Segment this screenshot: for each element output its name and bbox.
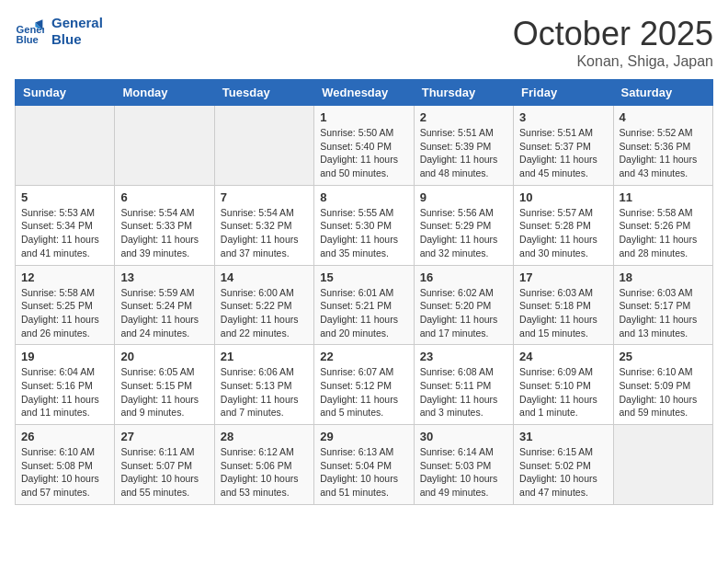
calendar-cell: 30Sunrise: 6:14 AM Sunset: 5:03 PM Dayli… bbox=[414, 425, 513, 505]
day-number: 10 bbox=[519, 190, 607, 204]
cell-info: Sunrise: 6:01 AM Sunset: 5:21 PM Dayligh… bbox=[320, 286, 407, 340]
cell-info: Sunrise: 6:09 AM Sunset: 5:10 PM Dayligh… bbox=[519, 365, 607, 419]
cell-info: Sunrise: 6:03 AM Sunset: 5:18 PM Dayligh… bbox=[519, 286, 607, 340]
day-number: 9 bbox=[420, 190, 507, 204]
calendar-cell: 5Sunrise: 5:53 AM Sunset: 5:34 PM Daylig… bbox=[16, 185, 115, 265]
cell-info: Sunrise: 6:06 AM Sunset: 5:13 PM Dayligh… bbox=[221, 365, 308, 419]
cell-info: Sunrise: 5:51 AM Sunset: 5:37 PM Dayligh… bbox=[519, 126, 607, 180]
logo-icon: General Blue bbox=[15, 17, 44, 46]
calendar-header-row: SundayMondayTuesdayWednesdayThursdayFrid… bbox=[16, 80, 713, 106]
calendar-week-4: 19Sunrise: 6:04 AM Sunset: 5:16 PM Dayli… bbox=[16, 345, 713, 425]
cell-info: Sunrise: 6:11 AM Sunset: 5:07 PM Dayligh… bbox=[120, 445, 208, 500]
header-monday: Monday bbox=[115, 80, 214, 106]
header-friday: Friday bbox=[514, 80, 613, 106]
calendar-cell: 23Sunrise: 6:08 AM Sunset: 5:11 PM Dayli… bbox=[414, 345, 513, 425]
calendar-cell: 26Sunrise: 6:10 AM Sunset: 5:08 PM Dayli… bbox=[16, 425, 115, 505]
day-number: 29 bbox=[320, 430, 407, 443]
calendar-cell: 4Sunrise: 5:52 AM Sunset: 5:36 PM Daylig… bbox=[613, 106, 712, 186]
calendar-cell: 31Sunrise: 6:15 AM Sunset: 5:02 PM Dayli… bbox=[514, 425, 613, 505]
day-number: 11 bbox=[620, 190, 707, 204]
cell-info: Sunrise: 5:54 AM Sunset: 5:32 PM Dayligh… bbox=[221, 206, 308, 260]
header-thursday: Thursday bbox=[414, 80, 513, 106]
calendar-cell: 19Sunrise: 6:04 AM Sunset: 5:16 PM Dayli… bbox=[16, 345, 115, 425]
header-wednesday: Wednesday bbox=[314, 80, 414, 106]
calendar-week-5: 26Sunrise: 6:10 AM Sunset: 5:08 PM Dayli… bbox=[16, 425, 713, 505]
day-number: 2 bbox=[420, 110, 507, 124]
day-number: 30 bbox=[420, 430, 507, 443]
day-number: 28 bbox=[221, 430, 308, 443]
cell-info: Sunrise: 6:05 AM Sunset: 5:15 PM Dayligh… bbox=[120, 365, 208, 419]
calendar-cell: 15Sunrise: 6:01 AM Sunset: 5:21 PM Dayli… bbox=[314, 265, 414, 345]
day-number: 4 bbox=[620, 110, 707, 124]
calendar-cell: 11Sunrise: 5:58 AM Sunset: 5:26 PM Dayli… bbox=[613, 185, 712, 265]
calendar-cell: 7Sunrise: 5:54 AM Sunset: 5:32 PM Daylig… bbox=[214, 185, 313, 265]
page-header: General Blue General Blue October 2025 K… bbox=[15, 15, 713, 70]
day-number: 16 bbox=[420, 270, 507, 284]
cell-info: Sunrise: 5:51 AM Sunset: 5:39 PM Dayligh… bbox=[420, 126, 507, 180]
header-tuesday: Tuesday bbox=[214, 80, 313, 106]
day-number: 13 bbox=[120, 270, 208, 284]
day-number: 24 bbox=[519, 350, 607, 363]
cell-info: Sunrise: 6:12 AM Sunset: 5:06 PM Dayligh… bbox=[221, 445, 308, 500]
calendar-cell: 25Sunrise: 6:10 AM Sunset: 5:09 PM Dayli… bbox=[613, 345, 712, 425]
cell-info: Sunrise: 5:58 AM Sunset: 5:26 PM Dayligh… bbox=[620, 206, 707, 260]
cell-info: Sunrise: 5:57 AM Sunset: 5:28 PM Dayligh… bbox=[519, 206, 607, 260]
calendar-cell: 29Sunrise: 6:13 AM Sunset: 5:04 PM Dayli… bbox=[314, 425, 414, 505]
cell-info: Sunrise: 5:55 AM Sunset: 5:30 PM Dayligh… bbox=[320, 206, 407, 260]
calendar-week-1: 1Sunrise: 5:50 AM Sunset: 5:40 PM Daylig… bbox=[16, 106, 713, 186]
day-number: 25 bbox=[620, 350, 707, 363]
day-number: 1 bbox=[320, 110, 407, 124]
calendar-cell: 28Sunrise: 6:12 AM Sunset: 5:06 PM Dayli… bbox=[214, 425, 313, 505]
day-number: 14 bbox=[221, 270, 308, 284]
calendar-week-2: 5Sunrise: 5:53 AM Sunset: 5:34 PM Daylig… bbox=[16, 185, 713, 265]
calendar-cell: 2Sunrise: 5:51 AM Sunset: 5:39 PM Daylig… bbox=[414, 106, 513, 186]
day-number: 15 bbox=[320, 270, 407, 284]
calendar-cell: 1Sunrise: 5:50 AM Sunset: 5:40 PM Daylig… bbox=[314, 106, 414, 186]
day-number: 7 bbox=[221, 190, 308, 204]
cell-info: Sunrise: 5:50 AM Sunset: 5:40 PM Dayligh… bbox=[320, 126, 407, 180]
calendar-cell: 20Sunrise: 6:05 AM Sunset: 5:15 PM Dayli… bbox=[115, 345, 214, 425]
cell-info: Sunrise: 6:10 AM Sunset: 5:09 PM Dayligh… bbox=[620, 365, 707, 419]
cell-info: Sunrise: 6:00 AM Sunset: 5:22 PM Dayligh… bbox=[221, 286, 308, 340]
day-number: 23 bbox=[420, 350, 507, 363]
cell-info: Sunrise: 5:52 AM Sunset: 5:36 PM Dayligh… bbox=[620, 126, 707, 180]
day-number: 20 bbox=[120, 350, 208, 363]
calendar-cell bbox=[16, 106, 115, 186]
calendar-cell: 12Sunrise: 5:58 AM Sunset: 5:25 PM Dayli… bbox=[16, 265, 115, 345]
day-number: 19 bbox=[21, 350, 108, 363]
cell-info: Sunrise: 5:56 AM Sunset: 5:29 PM Dayligh… bbox=[420, 206, 507, 260]
calendar-cell: 8Sunrise: 5:55 AM Sunset: 5:30 PM Daylig… bbox=[314, 185, 414, 265]
calendar-cell bbox=[613, 425, 712, 505]
calendar-week-3: 12Sunrise: 5:58 AM Sunset: 5:25 PM Dayli… bbox=[16, 265, 713, 345]
day-number: 22 bbox=[320, 350, 407, 363]
day-number: 6 bbox=[120, 190, 208, 204]
title-area: October 2025 Konan, Shiga, Japan bbox=[513, 15, 713, 70]
cell-info: Sunrise: 6:02 AM Sunset: 5:20 PM Dayligh… bbox=[420, 286, 507, 340]
calendar-cell: 16Sunrise: 6:02 AM Sunset: 5:20 PM Dayli… bbox=[414, 265, 513, 345]
calendar-cell: 17Sunrise: 6:03 AM Sunset: 5:18 PM Dayli… bbox=[514, 265, 613, 345]
calendar-cell: 10Sunrise: 5:57 AM Sunset: 5:28 PM Dayli… bbox=[514, 185, 613, 265]
calendar-cell bbox=[214, 106, 313, 186]
calendar-cell: 24Sunrise: 6:09 AM Sunset: 5:10 PM Dayli… bbox=[514, 345, 613, 425]
cell-info: Sunrise: 6:03 AM Sunset: 5:17 PM Dayligh… bbox=[620, 286, 707, 340]
day-number: 8 bbox=[320, 190, 407, 204]
cell-info: Sunrise: 6:10 AM Sunset: 5:08 PM Dayligh… bbox=[21, 445, 108, 500]
calendar-cell: 13Sunrise: 5:59 AM Sunset: 5:24 PM Dayli… bbox=[115, 265, 214, 345]
day-number: 12 bbox=[21, 270, 108, 284]
cell-info: Sunrise: 5:58 AM Sunset: 5:25 PM Dayligh… bbox=[21, 286, 108, 340]
logo-text-line2: Blue bbox=[51, 31, 103, 48]
calendar-cell: 14Sunrise: 6:00 AM Sunset: 5:22 PM Dayli… bbox=[214, 265, 313, 345]
cell-info: Sunrise: 6:14 AM Sunset: 5:03 PM Dayligh… bbox=[420, 445, 507, 500]
day-number: 21 bbox=[221, 350, 308, 363]
day-number: 5 bbox=[21, 190, 108, 204]
day-number: 3 bbox=[519, 110, 607, 124]
calendar-cell: 22Sunrise: 6:07 AM Sunset: 5:12 PM Dayli… bbox=[314, 345, 414, 425]
svg-text:Blue: Blue bbox=[17, 34, 39, 45]
cell-info: Sunrise: 6:04 AM Sunset: 5:16 PM Dayligh… bbox=[21, 365, 108, 419]
cell-info: Sunrise: 6:08 AM Sunset: 5:11 PM Dayligh… bbox=[420, 365, 507, 419]
cell-info: Sunrise: 6:15 AM Sunset: 5:02 PM Dayligh… bbox=[519, 445, 607, 500]
cell-info: Sunrise: 6:07 AM Sunset: 5:12 PM Dayligh… bbox=[320, 365, 407, 419]
day-number: 26 bbox=[21, 430, 108, 443]
day-number: 17 bbox=[519, 270, 607, 284]
calendar-cell: 27Sunrise: 6:11 AM Sunset: 5:07 PM Dayli… bbox=[115, 425, 214, 505]
